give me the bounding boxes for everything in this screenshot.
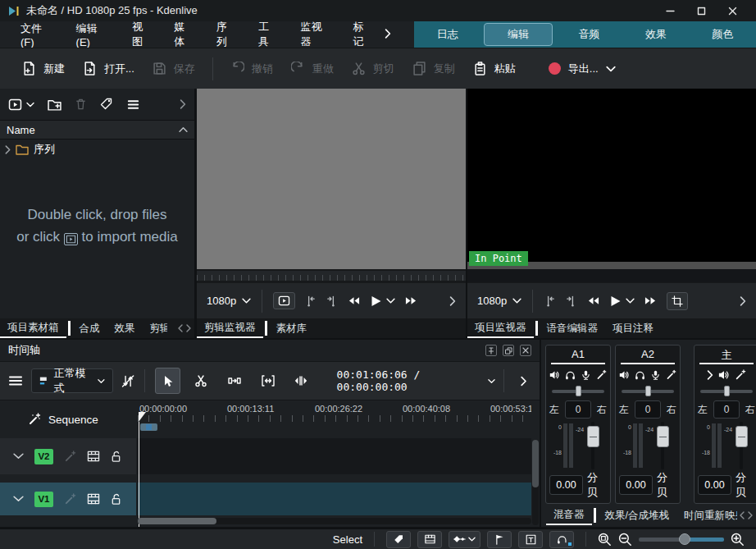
strip-effects-icon[interactable] bbox=[735, 369, 746, 381]
collapse-mixer-icon[interactable] bbox=[707, 370, 713, 380]
play-button[interactable] bbox=[609, 295, 635, 308]
zoom-to-zone-button[interactable] bbox=[255, 368, 280, 394]
menu-edit[interactable]: 编辑(E) bbox=[66, 21, 121, 48]
rewind-icon[interactable] bbox=[586, 295, 600, 307]
strip-effects-icon[interactable] bbox=[596, 369, 607, 381]
paste-button[interactable]: 粘贴 bbox=[464, 55, 525, 83]
float-dock-button[interactable] bbox=[503, 345, 514, 356]
audio-capture-button[interactable] bbox=[549, 531, 574, 548]
clip-monitor-seek-ruler[interactable] bbox=[197, 271, 466, 281]
tab-speech-editor[interactable]: 语音编辑器 bbox=[540, 318, 606, 338]
menu-sequence[interactable]: 序列 bbox=[206, 21, 248, 48]
pan-value-box[interactable]: 0 bbox=[713, 400, 740, 419]
fader-knob[interactable] bbox=[587, 426, 599, 447]
mute-speaker-icon[interactable] bbox=[549, 369, 560, 381]
edit-mode-select[interactable]: 正常模式 bbox=[31, 368, 113, 393]
scroll-left-icon[interactable] bbox=[740, 511, 745, 519]
new-button[interactable]: 新建 bbox=[13, 55, 74, 83]
workspace-tab-audio[interactable]: 音频 bbox=[556, 21, 622, 48]
close-button[interactable] bbox=[717, 0, 748, 21]
add-clip-button[interactable] bbox=[8, 98, 34, 111]
tab-effect-stack[interactable]: 效果/合成堆栈 bbox=[598, 506, 676, 525]
fast-forward-icon[interactable] bbox=[644, 295, 658, 307]
track-v1-lane[interactable] bbox=[138, 483, 531, 515]
workspace-tab-color[interactable]: 颜色 bbox=[690, 21, 756, 48]
balance-slider[interactable] bbox=[622, 385, 674, 397]
lock-open-icon[interactable] bbox=[111, 451, 121, 463]
mute-speaker-icon[interactable] bbox=[619, 369, 630, 381]
project-resolution-select[interactable]: 1080p bbox=[477, 295, 521, 307]
slider-knob[interactable] bbox=[724, 386, 730, 396]
mute-speaker-icon[interactable] bbox=[718, 369, 730, 381]
volume-db-box[interactable]: 0.00 bbox=[549, 475, 583, 495]
menu-markers[interactable]: 标记 bbox=[343, 21, 385, 48]
tab-library[interactable]: 素材库 bbox=[269, 318, 315, 338]
zone-handle[interactable] bbox=[146, 424, 152, 430]
show-audio-keyframes-button[interactable] bbox=[449, 531, 480, 548]
bin-menu-button[interactable] bbox=[126, 98, 140, 111]
balance-slider[interactable] bbox=[552, 385, 604, 397]
tab-mixer[interactable]: 混音器 bbox=[546, 506, 592, 525]
rewind-icon[interactable] bbox=[347, 295, 361, 307]
go-to-in-point-icon[interactable] bbox=[304, 295, 317, 308]
pin-dock-button[interactable] bbox=[485, 345, 497, 356]
project-monitor-overflow-button[interactable] bbox=[740, 296, 746, 306]
timeline-toolbar-overflow-button[interactable] bbox=[521, 376, 526, 387]
volume-db-box[interactable]: 0.00 bbox=[619, 475, 653, 495]
tab-project-monitor[interactable]: 项目监视器 bbox=[467, 318, 534, 338]
menu-media[interactable]: 媒体 bbox=[163, 21, 205, 48]
go-to-out-point-icon[interactable] bbox=[326, 295, 338, 308]
volume-db-box[interactable]: 0.00 bbox=[698, 475, 731, 495]
titlebar[interactable]: 未命名 / HD 1080p 25 fps - Kdenlive bbox=[0, 0, 756, 21]
sequence-header[interactable]: Sequence bbox=[0, 400, 138, 438]
selection-tool-button[interactable] bbox=[155, 368, 180, 394]
track-v1-badge[interactable]: V1 bbox=[34, 492, 53, 507]
minimize-button[interactable] bbox=[654, 0, 685, 21]
collapse-track-icon[interactable] bbox=[13, 453, 24, 460]
expand-arrow-icon[interactable] bbox=[5, 145, 11, 154]
bin-toolbar-overflow-button[interactable] bbox=[180, 99, 186, 109]
timeline-menu-button[interactable] bbox=[8, 374, 23, 387]
balance-slider[interactable] bbox=[700, 385, 753, 397]
track-v2-lane[interactable] bbox=[138, 438, 531, 474]
track-video-icon[interactable] bbox=[87, 493, 100, 505]
spacer-tool-button[interactable] bbox=[222, 368, 248, 394]
scroll-left-icon[interactable] bbox=[178, 324, 183, 332]
timecode-display[interactable]: 00:01:06:06 / 00:00:00:00 bbox=[337, 368, 495, 393]
record-mic-icon[interactable] bbox=[650, 369, 661, 381]
menu-monitor[interactable]: 监视器 bbox=[290, 21, 343, 48]
zoom-fit-button[interactable] bbox=[598, 533, 612, 547]
workspace-tab-effects[interactable]: 效果 bbox=[622, 21, 689, 48]
timeline-vertical-scrollbar[interactable] bbox=[532, 440, 539, 525]
scrollbar-thumb[interactable] bbox=[138, 518, 216, 524]
go-to-in-point-icon[interactable] bbox=[544, 295, 556, 308]
tab-time-remap[interactable]: 时间重新映射 bbox=[676, 506, 737, 525]
slider-knob[interactable] bbox=[645, 386, 651, 396]
track-v2-header[interactable]: V2 bbox=[0, 438, 136, 474]
zoom-in-button[interactable] bbox=[731, 533, 745, 547]
close-dock-button[interactable] bbox=[520, 345, 531, 356]
delete-button[interactable] bbox=[75, 98, 87, 111]
record-mic-icon[interactable] bbox=[581, 369, 591, 381]
clip-monitor-overflow-button[interactable] bbox=[449, 296, 456, 306]
collapse-track-icon[interactable] bbox=[13, 496, 24, 502]
redo-button[interactable]: 重做 bbox=[282, 55, 343, 83]
tab-clip-properties[interactable]: 剪辑 bbox=[143, 318, 167, 338]
solo-headphones-icon[interactable] bbox=[565, 369, 576, 381]
track-effects-icon[interactable] bbox=[64, 493, 76, 506]
timeline-ruler[interactable]: 00:00:00:00 00:00:13:11 00:00:26:22 00:0… bbox=[138, 400, 531, 438]
track-v2-badge[interactable]: V2 bbox=[34, 449, 53, 464]
pan-value-box[interactable]: 0 bbox=[635, 400, 661, 419]
solo-headphones-icon[interactable] bbox=[635, 369, 645, 381]
tab-compositions[interactable]: 合成 bbox=[72, 318, 107, 338]
track-v1-header[interactable]: V1 bbox=[0, 483, 136, 515]
fader-knob[interactable] bbox=[736, 426, 748, 447]
menu-overflow-button[interactable] bbox=[385, 29, 391, 41]
tags-button[interactable] bbox=[100, 98, 113, 111]
undo-button[interactable]: 撤销 bbox=[221, 55, 282, 83]
zoom-out-button[interactable] bbox=[618, 533, 632, 547]
fast-forward-icon[interactable] bbox=[404, 295, 418, 307]
show-markers-button[interactable] bbox=[386, 531, 411, 548]
copy-button[interactable]: 复制 bbox=[403, 55, 464, 83]
render-button[interactable]: 导出... bbox=[540, 55, 625, 83]
